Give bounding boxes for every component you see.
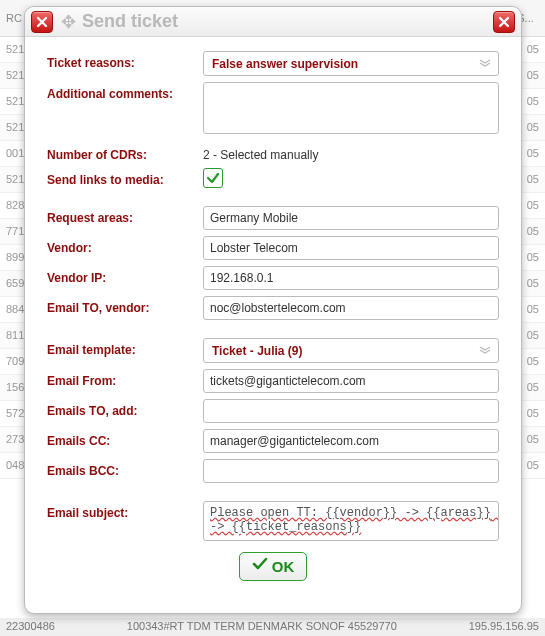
close-icon — [36, 16, 48, 28]
ok-button-label: OK — [272, 558, 295, 575]
bg-footer-right: 195.95.156.95 — [469, 620, 539, 634]
request-areas-input[interactable] — [203, 206, 499, 230]
ok-button[interactable]: OK — [239, 552, 308, 581]
vendor-label: Vendor: — [47, 236, 203, 255]
send-links-label: Send links to media: — [47, 168, 203, 187]
check-icon — [206, 171, 220, 185]
emails-bcc-input[interactable] — [203, 459, 499, 483]
vendor-ip-label: Vendor IP: — [47, 266, 203, 285]
send-ticket-modal: ✥ Send ticket Ticket reasons: False answ… — [24, 6, 522, 614]
move-icon[interactable]: ✥ — [61, 13, 76, 31]
email-from-label: Email From: — [47, 369, 203, 388]
bg-footer-mid: 100343#RT TDM TERM DENMARK SONOF 4552977… — [127, 620, 397, 634]
close-button-left[interactable] — [31, 11, 53, 33]
emails-to-add-label: Emails TO, add: — [47, 399, 203, 418]
send-links-checkbox[interactable] — [203, 168, 223, 188]
emails-bcc-label: Emails BCC: — [47, 459, 203, 478]
ticket-reasons-value: False answer supervision — [212, 57, 358, 71]
ticket-reasons-label: Ticket reasons: — [47, 51, 203, 70]
email-template-label: Email template: — [47, 338, 203, 357]
chevron-down-icon — [478, 344, 492, 358]
vendor-ip-input[interactable] — [203, 266, 499, 290]
chevron-down-icon — [478, 57, 492, 71]
bg-footer: 22300486 100343#RT TDM TERM DENMARK SONO… — [0, 618, 545, 636]
number-of-cdrs-value: 2 - Selected manually — [203, 143, 499, 162]
close-icon — [498, 16, 510, 28]
email-to-vendor-input[interactable] — [203, 296, 499, 320]
additional-comments-input[interactable] — [203, 82, 499, 134]
check-icon — [252, 556, 268, 577]
modal-title: Send ticket — [82, 11, 493, 32]
email-subject-label: Email subject: — [47, 501, 203, 520]
request-areas-label: Request areas: — [47, 206, 203, 225]
bg-footer-left: 22300486 — [6, 620, 55, 634]
email-to-vendor-label: Email TO, vendor: — [47, 296, 203, 315]
email-template-select[interactable]: Ticket - Julia (9) — [203, 338, 499, 363]
vendor-input[interactable] — [203, 236, 499, 260]
ticket-reasons-select[interactable]: False answer supervision — [203, 51, 499, 76]
close-button-right[interactable] — [493, 11, 515, 33]
emails-to-add-input[interactable] — [203, 399, 499, 423]
number-of-cdrs-label: Number of CDRs: — [47, 143, 203, 162]
email-from-input[interactable] — [203, 369, 499, 393]
email-subject-input[interactable] — [203, 501, 499, 541]
emails-cc-input[interactable] — [203, 429, 499, 453]
modal-body: Ticket reasons: False answer supervision… — [25, 37, 521, 591]
additional-comments-label: Additional comments: — [47, 82, 203, 101]
modal-header[interactable]: ✥ Send ticket — [25, 7, 521, 37]
email-template-value: Ticket - Julia (9) — [212, 344, 302, 358]
emails-cc-label: Emails CC: — [47, 429, 203, 448]
